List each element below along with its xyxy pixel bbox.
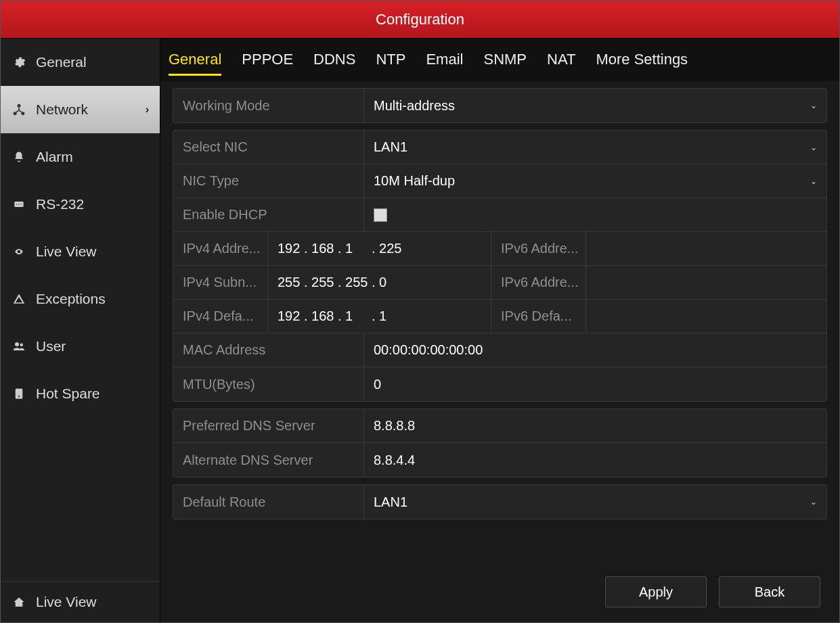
svg-point-5 xyxy=(18,204,19,204)
sidebar-item-hotspare[interactable]: Hot Spare xyxy=(1,370,160,417)
tab-general[interactable]: General xyxy=(169,51,221,76)
sidebar-item-label: Hot Spare xyxy=(36,386,149,402)
select-nic-label: Select NIC xyxy=(173,131,364,164)
sidebar-item-exceptions[interactable]: Exceptions xyxy=(1,275,160,323)
mac-address-value-cell: 00:00:00:00:00:00 xyxy=(364,333,826,367)
svg-point-7 xyxy=(15,342,19,346)
working-mode-value: Multi-address xyxy=(374,98,455,114)
nic-type-label: NIC Type xyxy=(173,164,364,198)
ipv6-gateway-input[interactable] xyxy=(586,300,826,333)
svg-rect-9 xyxy=(16,389,23,399)
ipv6-address2-input[interactable] xyxy=(586,266,826,299)
tab-ddns[interactable]: DDNS xyxy=(313,51,355,76)
sidebar-item-network[interactable]: Network › xyxy=(1,86,160,133)
svg-point-4 xyxy=(16,204,17,204)
chevron-down-icon: ⌄ xyxy=(810,101,817,110)
ipv4-gateway-label: IPv4 Defa... xyxy=(173,300,268,333)
default-route-value: LAN1 xyxy=(374,494,407,510)
default-route-select[interactable]: LAN1 ⌄ xyxy=(364,485,826,519)
sidebar: General Network › Alarm xyxy=(1,39,160,622)
working-mode-select[interactable]: Multi-address ⌄ xyxy=(364,89,826,122)
eye-icon xyxy=(12,244,26,259)
apply-button-label: Apply xyxy=(639,584,673,600)
working-mode-label: Working Mode xyxy=(173,89,364,122)
sidebar-item-label: User xyxy=(36,338,149,354)
svg-point-10 xyxy=(18,396,20,397)
ipv6-address2-label: IPv6 Addre... xyxy=(491,266,586,299)
chevron-down-icon: ⌄ xyxy=(810,177,817,186)
network-icon xyxy=(12,102,26,117)
enable-dhcp-label: Enable DHCP xyxy=(173,198,364,231)
svg-point-8 xyxy=(20,344,24,347)
users-icon xyxy=(12,339,26,354)
sidebar-item-label: Network xyxy=(36,101,136,118)
ipv4-subnet-value: 255 . 255 . 255 . 0 xyxy=(278,275,386,290)
serial-icon xyxy=(12,197,26,212)
chevron-down-icon: ⌄ xyxy=(810,497,817,507)
preferred-dns-label: Preferred DNS Server xyxy=(173,409,364,442)
bell-icon xyxy=(12,149,26,164)
alternate-dns-label: Alternate DNS Server xyxy=(173,443,364,477)
alternate-dns-input[interactable]: 8.8.4.4 xyxy=(364,443,826,477)
nic-type-select[interactable]: 10M Half-dup ⌄ xyxy=(364,164,826,198)
back-button-label: Back xyxy=(755,584,784,600)
sidebar-item-label: RS-232 xyxy=(36,196,149,212)
mtu-value: 0 xyxy=(374,377,381,392)
tab-snmp[interactable]: SNMP xyxy=(483,51,527,76)
ipv4-address-input[interactable]: 192 . 168 . 1 . 225 xyxy=(268,232,491,265)
chevron-right-icon: › xyxy=(146,103,149,116)
mtu-input[interactable]: 0 xyxy=(364,367,826,401)
gear-icon xyxy=(12,55,26,70)
warning-icon xyxy=(12,292,26,306)
svg-point-0 xyxy=(18,104,21,108)
tab-more-settings[interactable]: More Settings xyxy=(596,51,688,76)
page-title: Configuration xyxy=(376,11,464,28)
enable-dhcp-checkbox[interactable] xyxy=(374,208,387,222)
sidebar-bottom-label: Live View xyxy=(36,594,149,610)
ipv4-gateway-input[interactable]: 192 . 168 . 1 . 1 xyxy=(268,300,491,333)
sidebar-item-label: Alarm xyxy=(36,149,149,165)
select-nic-value: LAN1 xyxy=(374,139,407,155)
select-nic-select[interactable]: LAN1 ⌄ xyxy=(364,131,826,164)
sidebar-item-label: Exceptions xyxy=(36,291,149,307)
ipv6-address-label: IPv6 Addre... xyxy=(491,232,586,265)
tab-email[interactable]: Email xyxy=(426,51,463,76)
preferred-dns-input[interactable]: 8.8.8.8 xyxy=(364,409,826,442)
ipv6-address-input[interactable] xyxy=(586,232,826,265)
mtu-label: MTU(Bytes) xyxy=(173,367,364,401)
sidebar-item-label: General xyxy=(36,54,149,70)
titlebar: Configuration xyxy=(1,1,839,39)
ipv6-gateway-label: IPv6 Defa... xyxy=(491,300,586,333)
sidebar-item-liveview[interactable]: Live View xyxy=(1,228,160,275)
tab-ntp[interactable]: NTP xyxy=(376,51,405,76)
alternate-dns-value: 8.8.4.4 xyxy=(374,453,415,468)
apply-button[interactable]: Apply xyxy=(605,576,707,607)
ipv4-subnet-input[interactable]: 255 . 255 . 255 . 0 xyxy=(268,266,491,299)
sidebar-item-rs232[interactable]: RS-232 xyxy=(1,181,160,228)
ipv4-address-label: IPv4 Addre... xyxy=(173,232,268,265)
disk-icon xyxy=(12,386,26,401)
tab-nat[interactable]: NAT xyxy=(547,51,575,76)
ipv4-subnet-label: IPv4 Subn... xyxy=(173,266,268,299)
mac-address-value: 00:00:00:00:00:00 xyxy=(374,342,483,358)
sidebar-bottom-liveview[interactable]: Live View xyxy=(1,582,160,622)
sidebar-item-alarm[interactable]: Alarm xyxy=(1,133,160,181)
default-route-label: Default Route xyxy=(173,485,364,519)
sidebar-item-user[interactable]: User xyxy=(1,323,160,370)
enable-dhcp-cell[interactable] xyxy=(364,198,826,231)
nic-type-value: 10M Half-dup xyxy=(374,173,455,189)
tab-pppoe[interactable]: PPPOE xyxy=(242,51,293,76)
chevron-down-icon: ⌄ xyxy=(810,143,817,152)
svg-point-6 xyxy=(21,204,22,204)
preferred-dns-value: 8.8.8.8 xyxy=(374,418,415,434)
home-icon xyxy=(12,595,26,609)
sidebar-item-label: Live View xyxy=(36,244,149,260)
mac-address-label: MAC Address xyxy=(173,333,364,367)
ipv4-address-value: 192 . 168 . 1 . 225 xyxy=(278,241,401,256)
back-button[interactable]: Back xyxy=(719,576,820,607)
ipv4-gateway-value: 192 . 168 . 1 . 1 xyxy=(278,308,386,324)
sidebar-item-general[interactable]: General xyxy=(1,39,160,86)
tabs: General PPPOE DDNS NTP Email SNMP NAT Mo… xyxy=(160,39,839,81)
